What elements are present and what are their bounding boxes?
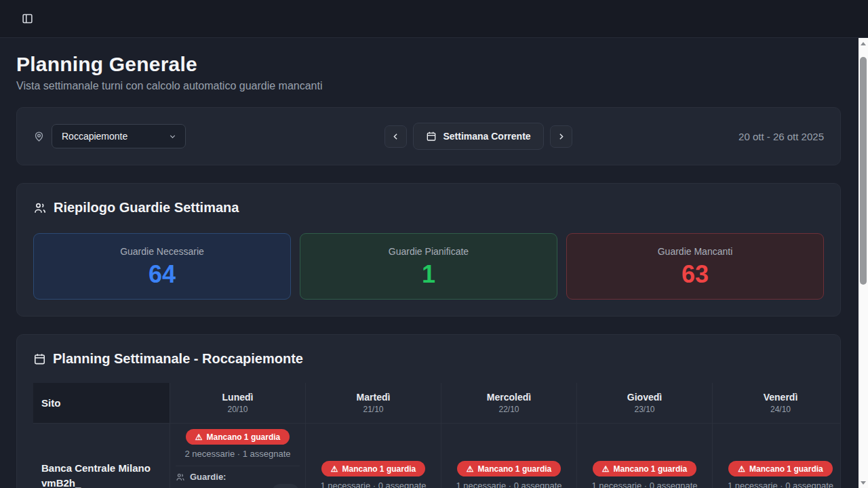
planning-section: Planning Settimanale - Roccapiemonte Sit… bbox=[16, 334, 841, 488]
warning-icon: ⚠ bbox=[195, 433, 203, 441]
warning-icon: ⚠ bbox=[467, 465, 474, 473]
summary-title: Riepilogo Guardie Settimana bbox=[54, 200, 239, 216]
site-select-value: Roccapiemonte bbox=[62, 131, 127, 142]
column-header-day: Venerdì 24/10 bbox=[713, 383, 841, 423]
warning-icon: ⚠ bbox=[602, 465, 610, 473]
next-week-button[interactable] bbox=[550, 125, 572, 148]
stat-label: Guardie Necessarie bbox=[120, 246, 204, 257]
cell-divider bbox=[176, 466, 300, 466]
scroll-up-arrow[interactable] bbox=[859, 38, 868, 49]
chevron-left-icon bbox=[391, 132, 400, 141]
panel-left-icon bbox=[22, 13, 33, 24]
planning-header: Planning Settimanale - Roccapiemonte bbox=[33, 351, 824, 367]
stat-card-necessarie: Guardie Necessarie 64 bbox=[33, 233, 291, 300]
site-selector-group: Roccapiemonte bbox=[33, 124, 186, 148]
column-header-day: Mercoledì 22/10 bbox=[441, 383, 577, 423]
missing-guards-badge: ⚠ Mancano 1 guardia bbox=[457, 461, 561, 476]
column-header-day: Martedì 21/10 bbox=[306, 383, 441, 423]
cell-detail: 1 necessarie · 0 assegnate bbox=[320, 481, 426, 488]
chevron-down-icon bbox=[168, 132, 177, 141]
cell-detail: 1 necessarie · 0 assegnate bbox=[591, 481, 697, 488]
missing-guards-badge: ⚠ Mancano 1 guardia bbox=[728, 461, 832, 476]
column-header-day: Lunedì 20/10 bbox=[170, 383, 306, 423]
stat-card-mancanti: Guardie Mancanti 63 bbox=[566, 233, 824, 300]
shift-cell-giovedi: ⚠ Mancano 1 guardia 1 necessarie · 0 ass… bbox=[577, 424, 713, 488]
missing-guards-badge: ⚠ Mancano 1 guardia bbox=[186, 429, 290, 445]
column-header-day: Giovedì 23/10 bbox=[577, 383, 713, 423]
sidebar-toggle-button[interactable] bbox=[16, 8, 38, 30]
stat-card-pianificate: Guardie Pianificate 1 bbox=[300, 233, 557, 300]
site-select[interactable]: Roccapiemonte bbox=[52, 124, 186, 148]
summary-section: Riepilogo Guardie Settimana Guardie Nece… bbox=[16, 183, 841, 317]
date-range-label: 20 ott - 26 ott 2025 bbox=[738, 131, 824, 142]
site-cell: Banca Centrale Milano vmB2h_ bbox=[33, 424, 170, 488]
week-navigation: Settimana Corrente bbox=[384, 123, 572, 150]
users-icon bbox=[176, 472, 185, 482]
table-row: Banca Centrale Milano vmB2h_ ⚠ Mancano 1… bbox=[33, 424, 841, 488]
scrollbar-thumb[interactable] bbox=[860, 57, 867, 285]
shift-cell-martedi: ⚠ Mancano 1 guardia 1 necessarie · 0 ass… bbox=[306, 424, 441, 488]
missing-guards-badge-label: Mancano 1 guardia bbox=[614, 464, 688, 474]
summary-header: Riepilogo Guardie Settimana bbox=[33, 200, 824, 216]
scrollbar-track[interactable] bbox=[859, 49, 868, 477]
stat-value: 1 bbox=[422, 262, 435, 287]
cell-detail: 1 necessarie · 0 assegnate bbox=[456, 481, 561, 488]
site-name: Banca Centrale Milano vmB2h_ bbox=[41, 461, 160, 488]
page-title: Planning Generale bbox=[16, 53, 841, 76]
previous-week-button[interactable] bbox=[384, 125, 407, 148]
current-week-button-label: Settimana Corrente bbox=[443, 131, 530, 142]
map-pin-icon bbox=[33, 131, 45, 142]
stat-value: 64 bbox=[149, 262, 176, 287]
guard-chip[interactable] bbox=[272, 484, 299, 488]
chevron-right-icon bbox=[557, 132, 566, 141]
stat-label: Guardie Mancanti bbox=[658, 246, 733, 257]
guards-label: Guardie: bbox=[190, 472, 226, 482]
shift-cell-mercoledi: ⚠ Mancano 1 guardia 1 necessarie · 0 ass… bbox=[441, 424, 577, 488]
week-toolbar: Roccapiemonte bbox=[16, 107, 841, 165]
users-icon bbox=[33, 201, 47, 215]
vertical-scrollbar[interactable] bbox=[859, 38, 868, 488]
cell-detail: 2 necessarie · 1 assegnate bbox=[176, 449, 300, 459]
planning-title: Planning Settimanale - Roccapiemonte bbox=[53, 351, 303, 367]
missing-guards-badge-label: Mancano 1 guardia bbox=[207, 432, 281, 442]
missing-guards-badge-label: Mancano 1 guardia bbox=[749, 464, 823, 474]
column-header-site: Sito bbox=[33, 383, 170, 423]
missing-guards-badge-label: Mancano 1 guardia bbox=[478, 464, 552, 474]
table-header-row: Sito Lunedì 20/10 Martedì 21/10 Mercoled… bbox=[33, 383, 841, 424]
planning-table: Sito Lunedì 20/10 Martedì 21/10 Mercoled… bbox=[33, 383, 841, 488]
scroll-down-arrow[interactable] bbox=[859, 477, 868, 488]
missing-guards-badge-label: Mancano 1 guardia bbox=[342, 464, 416, 474]
summary-cards: Guardie Necessarie 64 Guardie Pianificat… bbox=[33, 233, 824, 300]
warning-icon: ⚠ bbox=[331, 465, 338, 473]
calendar-icon bbox=[33, 352, 46, 365]
guards-row: Guardie: bbox=[176, 472, 300, 482]
missing-guards-badge: ⚠ Mancano 1 guardia bbox=[321, 461, 425, 476]
page-subtitle: Vista settimanale turni con calcolo auto… bbox=[16, 80, 841, 92]
calendar-icon bbox=[426, 131, 437, 142]
stat-value: 63 bbox=[682, 262, 709, 287]
stat-label: Guardie Pianificate bbox=[389, 246, 469, 257]
current-week-button[interactable]: Settimana Corrente bbox=[413, 123, 543, 150]
shift-cell-venerdi: ⚠ Mancano 1 guardia 1 necessarie · 0 ass… bbox=[713, 424, 841, 488]
shift-cell-lunedi: ⚠ Mancano 1 guardia 2 necessarie · 1 ass… bbox=[170, 424, 306, 488]
missing-guards-badge: ⚠ Mancano 1 guardia bbox=[593, 461, 696, 476]
main-content: Planning Generale Vista settimanale turn… bbox=[0, 53, 868, 488]
warning-icon: ⚠ bbox=[738, 465, 745, 473]
topbar bbox=[0, 0, 868, 38]
cell-detail: 1 necessarie · 0 assegnate bbox=[728, 481, 833, 488]
